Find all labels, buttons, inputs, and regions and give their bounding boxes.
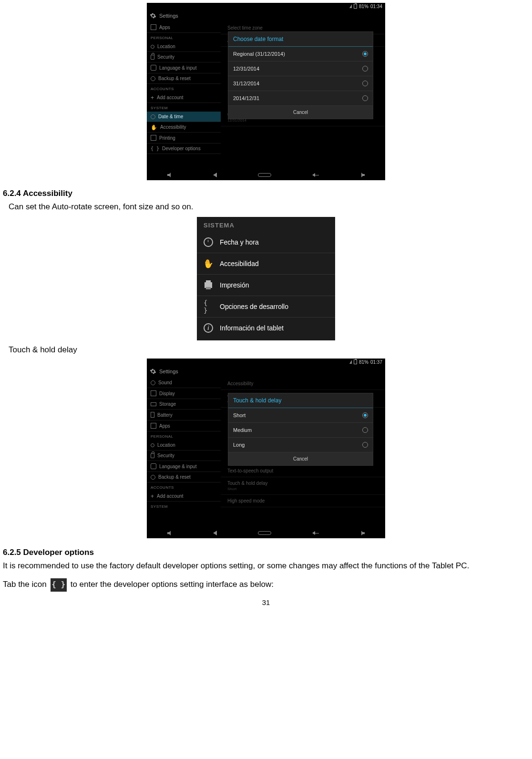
dialog-cancel-button[interactable]: Cancel: [228, 452, 373, 465]
dialog-option[interactable]: Medium: [228, 423, 373, 438]
sidebar-item-accessibility[interactable]: ✋Accessibility: [147, 122, 221, 133]
location-icon: [151, 443, 154, 447]
row-label: Select time zone: [227, 25, 263, 31]
menu-item-fecha[interactable]: Fecha y hora: [197, 232, 335, 253]
sidebar-item-location[interactable]: Location: [147, 41, 221, 52]
option-label: Medium: [233, 427, 252, 433]
settings-sidebar: Sound Display Storage Battery Apps PERSO…: [147, 378, 221, 528]
setting-row[interactable]: Touch & hold delayShort: [221, 477, 385, 495]
display-icon: [151, 390, 156, 396]
sidebar-section-system: SYSTEM: [147, 502, 221, 510]
sidebar-item-label: Security: [157, 54, 174, 60]
app-title: Settings: [159, 13, 178, 19]
clock-icon: [151, 114, 155, 119]
nav-bar: [147, 170, 385, 180]
sidebar-item-add-account[interactable]: +Add account: [147, 92, 221, 103]
dialog-option[interactable]: Regional (31/12/2014): [228, 47, 373, 62]
option-label: 12/31/2014: [233, 66, 259, 72]
sidebar-item-date-time[interactable]: Date & time: [147, 112, 221, 122]
language-icon: [151, 65, 156, 71]
row-label: Accessibility: [227, 381, 253, 386]
back-icon[interactable]: [213, 173, 217, 177]
volume-down-icon[interactable]: [167, 531, 172, 535]
setting-row[interactable]: High speed mode: [221, 495, 385, 507]
sidebar-section-personal: PERSONAL: [147, 431, 221, 440]
recent-icon[interactable]: [312, 531, 319, 535]
braces-icon: { }: [151, 146, 159, 151]
sidebar-item-label: Printing: [159, 135, 175, 141]
dialog-option[interactable]: Long: [228, 438, 373, 452]
setting-row[interactable]: Accessibility: [221, 378, 385, 390]
nav-bar: [147, 528, 385, 538]
battery-icon: [354, 359, 357, 364]
radio-icon: [362, 95, 368, 101]
developer-options-icon: { }: [51, 578, 67, 592]
battery-icon: [354, 4, 357, 9]
app-title: Settings: [159, 369, 178, 374]
clock-icon: [204, 237, 213, 247]
backup-icon: [151, 76, 155, 81]
dialog-option[interactable]: 31/12/2014: [228, 76, 373, 91]
row-label: High speed mode: [227, 498, 265, 503]
menu-item-desarrollo[interactable]: { }Opciones de desarrollo: [197, 296, 335, 318]
sidebar-item-storage[interactable]: Storage: [147, 399, 221, 410]
home-icon[interactable]: [258, 173, 271, 177]
sidebar-section-accounts: ACCOUNTS: [147, 482, 221, 491]
sidebar-item-add-account[interactable]: +Add account: [147, 491, 221, 502]
dialog-option[interactable]: 12/31/2014: [228, 62, 373, 76]
info-icon: i: [204, 323, 213, 333]
menu-item-informacion[interactable]: iInformación del tablet: [197, 318, 335, 338]
sidebar-section-personal: PERSONAL: [147, 33, 221, 41]
screenshot-touch-hold-delay: 81% 01:37 Settings Sound Display Storage…: [147, 359, 385, 538]
sidebar-item-backup[interactable]: Backup & reset: [147, 73, 221, 84]
touch-hold-dialog: Touch & hold delay Short Medium Long Can…: [228, 393, 373, 466]
sound-icon: [151, 380, 155, 385]
sidebar-item-label: Add account: [157, 95, 184, 100]
sidebar-item-apps[interactable]: Apps: [147, 421, 221, 431]
sidebar-item-label: Security: [157, 453, 174, 458]
sidebar-item-display[interactable]: Display: [147, 388, 221, 399]
volume-down-icon[interactable]: [167, 173, 172, 177]
sidebar-item-label: Location: [157, 442, 175, 448]
menu-item-accesibilidad[interactable]: ✋Accesibilidad: [197, 253, 335, 275]
sidebar-item-label: Language & input: [159, 464, 196, 469]
setting-row[interactable]: Text-to-speech output: [221, 465, 385, 477]
option-label: Regional (31/12/2014): [233, 51, 285, 57]
recent-icon[interactable]: [312, 173, 319, 177]
sidebar-item-security[interactable]: Security: [147, 52, 221, 62]
sidebar-item-security[interactable]: Security: [147, 451, 221, 461]
caption-touch-hold: Touch & hold delay: [9, 345, 529, 355]
dialog-cancel-button[interactable]: Cancel: [228, 106, 373, 119]
menu-item-impresion[interactable]: Impresión: [197, 275, 335, 296]
plus-icon: +: [151, 95, 154, 100]
sidebar-item-label: Battery: [157, 412, 173, 418]
dialog-option[interactable]: Short: [228, 408, 373, 423]
app-bar: Settings: [147, 10, 385, 22]
section-label-sistema: SISTEMA: [197, 217, 335, 232]
radio-icon: [362, 442, 368, 448]
row-label: Text-to-speech output: [227, 468, 273, 473]
storage-icon: [151, 402, 156, 406]
dialog-option[interactable]: 2014/12/31: [228, 91, 373, 106]
sidebar-item-location[interactable]: Location: [147, 440, 221, 451]
hand-icon: ✋: [203, 258, 214, 269]
sidebar-item-backup[interactable]: Backup & reset: [147, 472, 221, 482]
home-icon[interactable]: [258, 531, 271, 535]
gear-icon: [150, 12, 156, 19]
sidebar-item-apps[interactable]: Apps: [147, 22, 221, 33]
sidebar-item-sound[interactable]: Sound: [147, 378, 221, 388]
text-suffix: to enter the developer options setting i…: [71, 577, 274, 592]
back-icon[interactable]: [213, 531, 217, 535]
sidebar-item-language[interactable]: Language & input: [147, 62, 221, 73]
row-sub: Short: [227, 487, 379, 491]
language-icon: [151, 463, 156, 469]
sidebar-item-printing[interactable]: Printing: [147, 133, 221, 144]
section-desc-625: It is recommended to use the factory def…: [3, 559, 529, 572]
volume-up-icon[interactable]: [360, 531, 365, 535]
volume-up-icon[interactable]: [360, 173, 365, 177]
sidebar-item-language[interactable]: Language & input: [147, 461, 221, 472]
sidebar-item-battery[interactable]: Battery: [147, 410, 221, 421]
sidebar-item-label: Add account: [157, 493, 184, 499]
sidebar-item-label: Location: [157, 44, 175, 49]
sidebar-item-developer[interactable]: { }Developer options: [147, 144, 221, 154]
